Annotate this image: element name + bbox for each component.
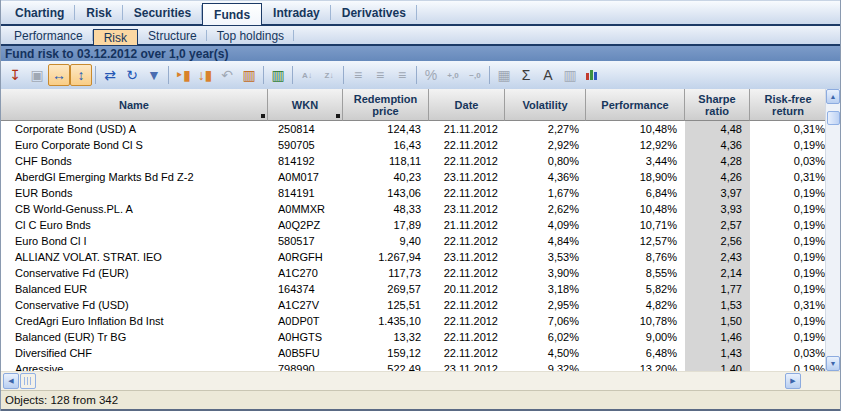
table-row[interactable]: Agressive798990522,4923.11.20129,32%13,2… (1, 361, 840, 371)
table-row[interactable]: Balanced EUR164374269,5720.11.20123,18%5… (1, 281, 840, 297)
table-row[interactable]: CredAgri Euro Inflation Bd InstA0DP0T1.4… (1, 313, 840, 329)
cell-price: 1.267,94 (343, 251, 429, 263)
cell-sharpe: 3,93 (685, 203, 750, 215)
cell-price: 117,73 (343, 267, 429, 279)
cell-date: 22.11.2012 (429, 315, 505, 327)
cell-volatility: 2,27% (505, 123, 586, 135)
column-width-icon-glyph: ⇄ (104, 67, 116, 83)
cell-volatility: 2,62% (505, 203, 586, 215)
table-row[interactable]: CHF Bonds814192118,1122.11.20120,80%3,44… (1, 153, 840, 169)
vertical-scrollbar[interactable]: ▲ ▼ (825, 89, 840, 371)
increase-decimal-icon-glyph: +,0 (447, 71, 458, 80)
font-icon[interactable]: A (537, 64, 559, 86)
column-header-volatility[interactable]: Volatility (505, 89, 586, 121)
cell-price: 16,43 (343, 139, 429, 151)
cell-performance: 18,90% (586, 171, 685, 183)
cell-volatility: 6,02% (505, 331, 586, 343)
align-left-icon: ≡ (347, 64, 369, 86)
vertical-scrollbar-thumb[interactable] (827, 111, 840, 125)
decrease-decimal-icon-glyph: −,0 (469, 71, 480, 80)
table-row[interactable]: AberdGl Emerging Markts Bd Fd Z-2A0M0174… (1, 169, 840, 185)
cell-performance: 6,48% (586, 347, 685, 359)
export-icon[interactable]: ↧ (4, 64, 26, 86)
cell-sharpe: 4,36 (685, 139, 750, 151)
scroll-left-button[interactable]: ◀ (3, 373, 19, 389)
sub-tab-performance[interactable]: Performance (4, 27, 93, 44)
horizontal-scrollbar-thumb[interactable] (20, 373, 36, 389)
table-row[interactable]: ALLIANZ VOLAT. STRAT. IEOA0RGFH1.267,942… (1, 249, 840, 265)
cell-sharpe: 4,26 (685, 171, 750, 183)
percent-format-icon: % (420, 64, 442, 86)
horizontal-scrollbar[interactable]: ◀ ▶ (1, 371, 840, 390)
sub-tab-risk[interactable]: Risk (93, 29, 138, 46)
main-tab-risk[interactable]: Risk (75, 1, 122, 24)
refresh-icon[interactable]: ↻ (121, 64, 143, 86)
cell-sharpe: 1,40 (685, 363, 750, 371)
table-row[interactable]: EUR Bonds814191143,0622.11.20121,67%6,84… (1, 185, 840, 201)
cell-riskfree: 0,19% (750, 203, 827, 215)
table-row[interactable]: Corporate Bond (USD) A250814124,4321.11.… (1, 121, 840, 137)
column-header-price[interactable]: Redemption price (343, 89, 429, 121)
cell-sharpe: 1,43 (685, 347, 750, 359)
column-header-sharpe[interactable]: Sharpe ratio (685, 89, 750, 121)
scroll-down-button[interactable]: ▼ (826, 356, 840, 371)
table-row[interactable]: Diversified CHFA0B5FU159,1222.11.20124,5… (1, 345, 840, 361)
insert-row-icon[interactable]: ↓▮ (194, 64, 216, 86)
column-header-performance[interactable]: Performance (586, 89, 685, 121)
cell-wkn: 814192 (268, 155, 343, 167)
table-row[interactable]: CB World-Genuss.PL. AA0MMXR48,3323.11.20… (1, 201, 840, 217)
column-header-label: Date (455, 99, 479, 111)
filter-icon-glyph: ▼ (147, 67, 161, 83)
hide-columns-icon[interactable]: ▥ (267, 64, 289, 86)
cell-price: 522,49 (343, 363, 429, 371)
refresh-icon-glyph: ↻ (126, 67, 138, 83)
fit-column-width-icon[interactable]: ↔ (48, 64, 70, 86)
main-tab-charting[interactable]: Charting (4, 1, 75, 24)
insert-column-icon[interactable]: ‣▮ (172, 64, 194, 86)
hide-columns-icon-glyph: ▥ (271, 67, 284, 83)
column-header-name[interactable]: Name (1, 89, 268, 121)
value-columns-icon[interactable]: ▥ (238, 64, 260, 86)
cell-riskfree: 0,19% (750, 331, 827, 343)
table-body: Corporate Bond (USD) A250814124,4321.11.… (1, 121, 840, 371)
table-row[interactable]: Conservative Fd (EUR)A1C270117,7322.11.2… (1, 265, 840, 281)
column-header-wkn[interactable]: WKN (268, 89, 343, 121)
cell-riskfree: 0,19% (750, 363, 827, 371)
toolbar-separator (168, 66, 169, 84)
column-header-riskfree[interactable]: Risk-free return (750, 89, 827, 121)
sub-tab-top-holdings[interactable]: Top holdings (207, 27, 294, 44)
fit-row-height-icon[interactable]: ↕ (70, 64, 92, 86)
column-width-icon[interactable]: ⇄ (99, 64, 121, 86)
scroll-right-button[interactable]: ▶ (785, 373, 801, 389)
table-row[interactable]: Balanced (EUR) Tr BGA0HGTS13,3222.11.201… (1, 329, 840, 345)
cell-volatility: 4,50% (505, 347, 586, 359)
value-columns-icon-glyph: ▥ (242, 67, 255, 83)
sort-ascending-icon-glyph: A↓ (302, 71, 312, 80)
undo-icon: ↶ (216, 64, 238, 86)
cell-performance: 6,84% (586, 187, 685, 199)
cell-date: 21.11.2012 (429, 219, 505, 231)
table-row[interactable]: Euro Bond Cl I5805179,4022.11.20124,84%1… (1, 233, 840, 249)
table-row[interactable]: Euro Corporate Bond Cl S59070516,4322.11… (1, 137, 840, 153)
main-tab-funds[interactable]: Funds (202, 3, 262, 26)
main-tab-securities[interactable]: Securities (123, 1, 202, 24)
main-tab-derivatives[interactable]: Derivatives (331, 1, 417, 24)
cell-name: ALLIANZ VOLAT. STRAT. IEO (1, 251, 268, 263)
main-tab-bar: ChartingRiskSecuritiesFundsIntradayDeriv… (1, 0, 840, 26)
scroll-up-button[interactable]: ▲ (826, 89, 840, 104)
cell-name: Diversified CHF (1, 347, 268, 359)
cell-price: 48,33 (343, 203, 429, 215)
column-header-date[interactable]: Date (429, 89, 505, 121)
cell-riskfree: 0,03% (750, 155, 827, 167)
filter-icon[interactable]: ▼ (143, 64, 165, 86)
sub-tab-structure[interactable]: Structure (138, 27, 207, 44)
cell-riskfree: 0,31% (750, 123, 827, 135)
cell-sharpe: 2,43 (685, 251, 750, 263)
sum-icon[interactable]: Σ (515, 64, 537, 86)
align-right-icon-glyph: ≡ (398, 67, 406, 83)
chart-icon[interactable] (581, 64, 603, 86)
table-row[interactable]: Cl C Euro BndsA0Q2PZ17,8921.11.20124,09%… (1, 217, 840, 233)
table-row[interactable]: Conservative Fd (USD)A1C27V125,5122.11.2… (1, 297, 840, 313)
column-header-label: Redemption price (343, 93, 428, 117)
main-tab-intraday[interactable]: Intraday (262, 1, 331, 24)
